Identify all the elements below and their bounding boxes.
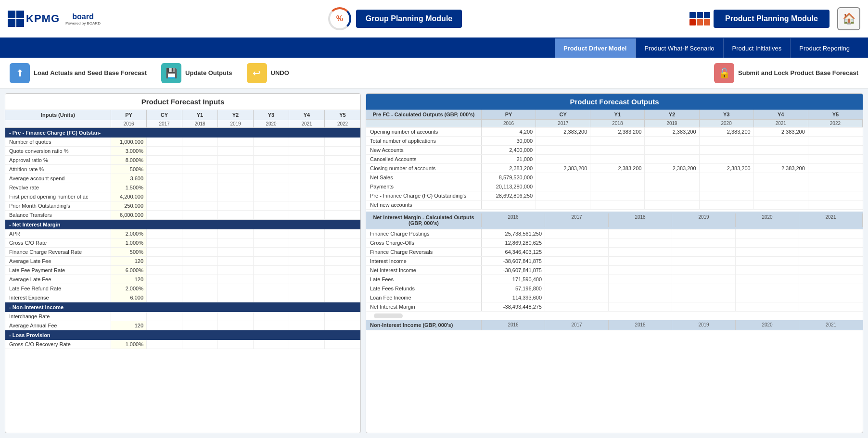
row-value[interactable]: 6,000.000 [111, 211, 147, 219]
header: KPMG board Powered by BOARD % Group Plan… [0, 0, 868, 38]
row-value[interactable]: 6.000 [111, 293, 147, 302]
nav-product-initiatives[interactable]: Product Initiatives [724, 38, 791, 58]
row-value [289, 147, 325, 155]
row-value[interactable]: 120 [111, 321, 147, 330]
nim-row-label: Net Interest Income [366, 266, 482, 275]
nim-row-value [609, 248, 672, 256]
scrollbar-hint[interactable] [374, 313, 403, 318]
out-col-y4: Y4 [754, 110, 808, 119]
group-planning-button[interactable]: Group Planning Module [356, 10, 462, 28]
row-value [147, 138, 182, 146]
home-button[interactable]: 🏠 [837, 7, 860, 30]
row-value [182, 248, 218, 256]
update-outputs-button[interactable]: 💾 Update Outputs [161, 63, 232, 83]
inputs-title: Product Forecast Inputs [5, 94, 360, 110]
scrollbar-area [366, 312, 863, 320]
row-value[interactable]: 3.600 [111, 174, 147, 183]
out-year-label [366, 120, 482, 127]
header-right-section: Product Planning Module 🏠 [689, 7, 860, 30]
row-value [254, 165, 289, 174]
out-row-label: Closing number of accounts [366, 164, 482, 173]
main-content: Product Forecast Inputs Inputs (Units) P… [0, 88, 868, 438]
row-value[interactable]: 1.000% [111, 238, 147, 247]
row-value [147, 201, 182, 210]
row-value[interactable]: 2.000% [111, 284, 147, 293]
row-value[interactable]: 1.500% [111, 183, 147, 192]
percent-icon: % [328, 7, 351, 30]
table-row: Late Fees Refunds57,196,800 [366, 284, 863, 293]
row-value [289, 183, 325, 192]
nim-row-value [736, 275, 799, 284]
row-value[interactable]: 120 [111, 257, 147, 265]
inputs-year-y4: 2021 [289, 120, 325, 127]
out-row-value: 8,579,520,000 [482, 173, 536, 182]
table-row: Revolve rate1.500% [5, 183, 360, 192]
table-row: Interchange Rate [5, 312, 360, 321]
row-value [254, 211, 289, 219]
row-value [147, 165, 182, 174]
row-label: Number of quotes [5, 138, 111, 146]
row-value [218, 192, 254, 201]
row-value [254, 275, 289, 284]
inputs-year-y5: 2022 [325, 120, 360, 127]
row-value[interactable]: 1,000.000 [111, 138, 147, 146]
load-actuals-button[interactable]: ⬆ Load Actuals and Seed Base Forecast [10, 63, 147, 83]
nim-row-value [545, 257, 609, 265]
out-row-value [590, 137, 645, 145]
row-value [254, 284, 289, 293]
out-col-y5: Y5 [808, 110, 863, 119]
table-row: Opening number of accounts4,2002,383,200… [366, 127, 863, 137]
row-value[interactable]: 120 [111, 275, 147, 284]
row-value[interactable]: 2.000% [111, 229, 147, 238]
table-row: Net Interest Income-38,607,841,875 [366, 266, 863, 275]
nim-row-value [672, 293, 736, 302]
row-value [218, 211, 254, 219]
nav-product-driver-model[interactable]: Product Driver Model [555, 38, 636, 58]
submit-lock-button[interactable]: 🔓 Submit and Lock Product Base Forecast [714, 63, 858, 83]
table-row: Finance Charge Postings25,738,561,250 [366, 229, 863, 238]
out-row-value [590, 191, 645, 200]
row-value [325, 201, 360, 210]
row-value[interactable]: 3.000% [111, 147, 147, 155]
kpmg-logo: KPMG [8, 11, 60, 27]
row-value[interactable]: 500% [111, 165, 147, 174]
row-value [254, 312, 289, 321]
row-value[interactable]: 8.000% [111, 156, 147, 164]
undo-button[interactable]: ↩ UNDO [247, 63, 289, 83]
out-row-value [808, 182, 863, 191]
row-value [147, 293, 182, 302]
row-value[interactable]: 250.000 [111, 201, 147, 210]
product-planning-button[interactable]: Product Planning Module [714, 10, 830, 28]
row-value[interactable]: 1.000% [111, 340, 147, 349]
nim-row-label: Interest Income [366, 257, 482, 265]
nim-row-label: Finance Charge Reversals [366, 248, 482, 256]
row-value [182, 147, 218, 155]
row-value [182, 312, 218, 321]
row-value[interactable]: 500% [111, 248, 147, 256]
row-value [325, 211, 360, 219]
nav-product-what-if[interactable]: Product What-If Scenario [636, 38, 723, 58]
out-row-value [536, 173, 590, 182]
out-row-label: Opening number of accounts [366, 127, 482, 136]
out-year-cy: 2017 [536, 120, 590, 127]
nim-row-label: Finance Charge Postings [366, 229, 482, 238]
nim-row-value [736, 248, 799, 256]
nim-row-value [672, 266, 736, 275]
out-row-value [754, 137, 808, 145]
inputs-col-y4: Y4 [289, 110, 325, 120]
inputs-section-2: - Non-Interest Income [5, 302, 360, 312]
row-value [254, 138, 289, 146]
row-value[interactable]: 4,200.000 [111, 192, 147, 201]
undo-icon: ↩ [247, 63, 267, 83]
row-value [147, 275, 182, 284]
row-value [182, 284, 218, 293]
out-row-value [808, 137, 863, 145]
row-label: Interest Expense [5, 293, 111, 302]
row-value [182, 321, 218, 330]
out-row-value: 2,383,200 [700, 127, 754, 136]
row-value [325, 257, 360, 265]
row-value [182, 340, 218, 349]
nav-product-reporting[interactable]: Product Reporting [791, 38, 858, 58]
row-value [182, 293, 218, 302]
row-value[interactable]: 6.000% [111, 266, 147, 275]
